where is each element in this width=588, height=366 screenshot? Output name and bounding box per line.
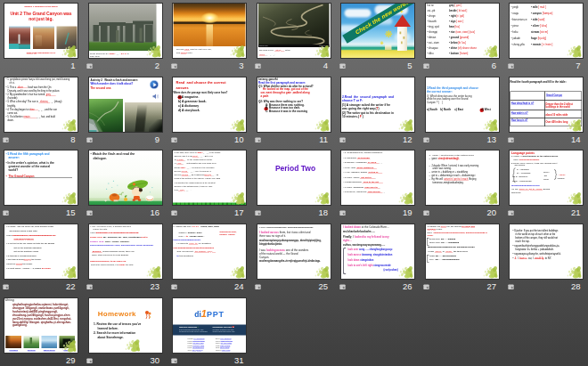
svg-text:arrive+: arrive+: [543, 171, 551, 174]
svg-text:in + dadifang: in + dadifang: [517, 168, 529, 171]
svg-text:at + xiaodifang: at + xiaodifang: [517, 172, 531, 175]
svg-text:get: get: [544, 175, 548, 177]
svg-text:reach: reach: [543, 178, 550, 181]
svg-text:reach + didianmingci: reach + didianmingci: [512, 180, 532, 183]
svg-text:get to didianfuci: get to didianfuci: [512, 175, 528, 178]
svg-text:(mingci): (mingci): [558, 177, 566, 180]
svg-text:+ didian: + didian: [558, 174, 566, 176]
